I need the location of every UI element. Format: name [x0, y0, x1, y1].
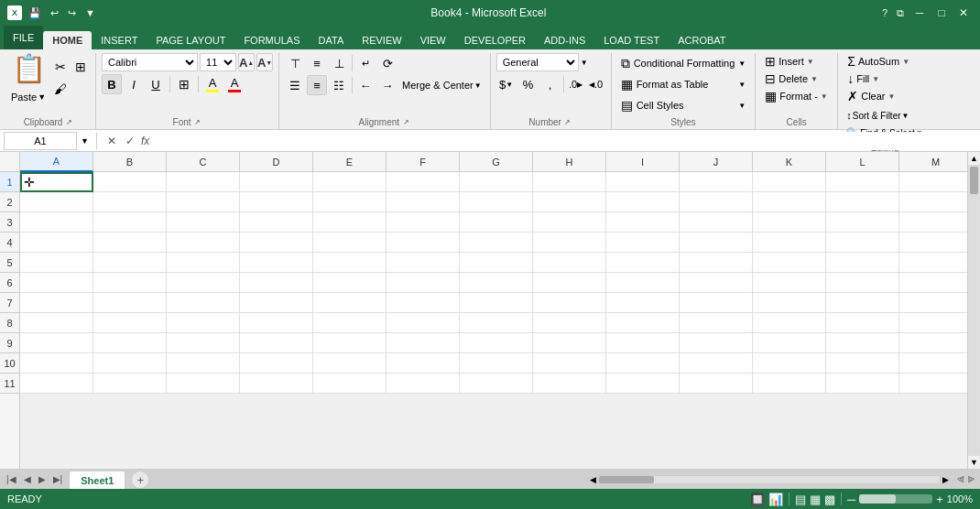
- tab-review[interactable]: REVIEW: [353, 31, 410, 49]
- formula-input[interactable]: [153, 132, 976, 150]
- sheet-nav-last[interactable]: ▶|: [50, 474, 66, 484]
- hscroll-thumb[interactable]: [599, 476, 654, 483]
- cell-E8[interactable]: [313, 313, 387, 333]
- cell-D8[interactable]: [240, 313, 313, 333]
- cell-A6[interactable]: [20, 273, 93, 293]
- cell-G6[interactable]: [460, 273, 533, 293]
- insert-button[interactable]: ⊞ Insert ▼: [761, 53, 831, 70]
- cell-G8[interactable]: [460, 313, 533, 333]
- cell-I8[interactable]: [606, 313, 680, 333]
- cell-J8[interactable]: [680, 313, 753, 333]
- cell-L8[interactable]: [826, 313, 899, 333]
- cell-G3[interactable]: [460, 212, 533, 233]
- cell-H6[interactable]: [533, 273, 606, 293]
- cell-D2[interactable]: [240, 192, 313, 212]
- cell-A2[interactable]: [20, 192, 93, 212]
- col-header-A[interactable]: A: [20, 152, 93, 172]
- cell-A9[interactable]: [20, 333, 93, 353]
- cell-C10[interactable]: [167, 353, 240, 374]
- scroll-right-button[interactable]: ▶: [942, 475, 949, 484]
- cell-I2[interactable]: [606, 192, 680, 212]
- cell-I3[interactable]: [606, 212, 680, 233]
- clear-arrow[interactable]: ▼: [888, 92, 896, 101]
- increase-font-button[interactable]: A▲: [238, 53, 255, 71]
- cell-H3[interactable]: [533, 212, 606, 233]
- col-header-E[interactable]: E: [313, 152, 387, 172]
- align-bottom-button[interactable]: ⊥: [329, 53, 349, 73]
- corner-cell[interactable]: [0, 152, 20, 172]
- cell-K10[interactable]: [753, 353, 826, 374]
- cell-M9[interactable]: [899, 333, 967, 353]
- col-header-F[interactable]: F: [387, 152, 460, 172]
- sort-filter-button[interactable]: ↕ Sort & Filter ▼: [844, 107, 911, 124]
- sheet-nav-next[interactable]: ▶: [36, 474, 49, 484]
- cell-F7[interactable]: [387, 293, 460, 313]
- cell-E3[interactable]: [313, 212, 387, 233]
- col-header-L[interactable]: L: [826, 152, 899, 172]
- fill-arrow[interactable]: ▼: [872, 75, 879, 83]
- format-painter-button[interactable]: 🖌: [51, 79, 70, 99]
- macro-button[interactable]: 📊: [768, 493, 783, 506]
- scroll-down-button[interactable]: ▼: [968, 456, 980, 469]
- restore-ribbon-button[interactable]: ⧉: [894, 5, 907, 21]
- decrease-decimal-button[interactable]: ◀.0: [587, 74, 605, 94]
- align-top-button[interactable]: ⊤: [285, 53, 305, 73]
- cell-E2[interactable]: [313, 192, 387, 212]
- save-button[interactable]: 💾: [26, 5, 44, 21]
- zoom-out-button[interactable]: ─: [847, 493, 855, 506]
- number-expand-button[interactable]: ↗: [563, 118, 572, 127]
- cell-I5[interactable]: [606, 253, 680, 273]
- cell-A10[interactable]: [20, 353, 93, 374]
- paste-button[interactable]: 📋 Paste ▼: [7, 53, 49, 104]
- cell-C7[interactable]: [167, 293, 240, 313]
- number-format-arrow[interactable]: ▼: [581, 59, 588, 67]
- font-size-select[interactable]: 11: [200, 53, 236, 71]
- fx-button[interactable]: fx: [141, 135, 149, 147]
- cell-E11[interactable]: [313, 374, 387, 394]
- sort-arrow[interactable]: ▼: [902, 112, 909, 120]
- help-button[interactable]: ?: [879, 5, 890, 20]
- row-header-5[interactable]: 5: [0, 253, 20, 273]
- cell-H4[interactable]: [533, 233, 606, 253]
- fill-color-button[interactable]: A: [202, 74, 223, 94]
- cell-L10[interactable]: [826, 353, 899, 374]
- cell-D1[interactable]: [240, 172, 313, 192]
- cell-K8[interactable]: [753, 313, 826, 333]
- customize-qat-button[interactable]: ▼: [82, 5, 98, 20]
- format-arrow[interactable]: ▼: [821, 92, 828, 101]
- col-header-K[interactable]: K: [753, 152, 826, 172]
- cell-J7[interactable]: [680, 293, 753, 313]
- cell-F10[interactable]: [387, 353, 460, 374]
- cell-K5[interactable]: [753, 253, 826, 273]
- zoom-slider[interactable]: [859, 494, 932, 504]
- row-header-1[interactable]: 1: [0, 172, 20, 192]
- cell-K6[interactable]: [753, 273, 826, 293]
- cell-L5[interactable]: [826, 253, 899, 273]
- sheet-nav-first[interactable]: |◀: [4, 474, 19, 484]
- cell-G7[interactable]: [460, 293, 533, 313]
- cell-F5[interactable]: [387, 253, 460, 273]
- horizontal-scrollbar[interactable]: ◀ ▶: [586, 470, 953, 489]
- align-center-button[interactable]: ≡: [307, 75, 327, 95]
- autosum-button[interactable]: Σ AutoSum ▼: [844, 53, 925, 70]
- cell-D9[interactable]: [240, 333, 313, 353]
- col-header-M[interactable]: M: [899, 152, 967, 172]
- tab-insert[interactable]: INSERT: [92, 31, 147, 49]
- cell-I6[interactable]: [606, 273, 680, 293]
- wrap-text-button[interactable]: ↵: [355, 53, 376, 73]
- cell-H1[interactable]: [533, 172, 606, 192]
- row-header-3[interactable]: 3: [0, 212, 20, 233]
- cell-C1[interactable]: [167, 172, 240, 192]
- cell-B8[interactable]: [93, 313, 167, 333]
- col-header-I[interactable]: I: [606, 152, 680, 172]
- alignment-expand-button[interactable]: ↗: [401, 118, 410, 127]
- cell-F9[interactable]: [387, 333, 460, 353]
- cell-E10[interactable]: [313, 353, 387, 374]
- cell-A5[interactable]: [20, 253, 93, 273]
- view-page-button[interactable]: ▩: [824, 493, 835, 506]
- col-header-B[interactable]: B: [93, 152, 167, 172]
- undo-button[interactable]: ↩: [48, 5, 61, 21]
- sum-arrow[interactable]: ▼: [902, 58, 909, 66]
- cell-L1[interactable]: [826, 172, 899, 192]
- cell-A7[interactable]: [20, 293, 93, 313]
